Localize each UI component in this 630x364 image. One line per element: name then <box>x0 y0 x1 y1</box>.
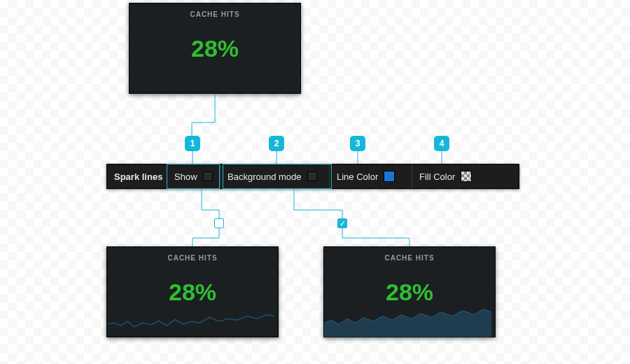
toolbar-linecolor-option[interactable]: Line Color <box>330 164 412 188</box>
bgmode-checkbox[interactable] <box>307 172 317 181</box>
toolbar-fillcolor-option[interactable]: Fill Color <box>412 164 519 188</box>
callout-marker-1: 1 <box>185 136 200 151</box>
callout-marker-2: 2 <box>269 136 284 151</box>
bgmode-label: Background mode <box>227 172 302 182</box>
widget-card-top: CACHE HITS 28% <box>129 3 301 94</box>
sparkline-line-icon <box>107 302 274 337</box>
widget-title: CACHE HITS <box>107 247 278 262</box>
show-label: Show <box>174 172 197 182</box>
show-checkbox[interactable] <box>203 172 213 181</box>
toolbar-title: Spark lines <box>107 164 167 188</box>
widget-card-sparkline-line: CACHE HITS 28% <box>106 246 279 337</box>
svg-marker-19 <box>324 309 491 337</box>
fillcolor-label: Fill Color <box>419 172 455 182</box>
sparkline-fill-icon <box>324 302 491 337</box>
callout-checkbox-checked: ✓ <box>337 218 347 228</box>
toolbar-bgmode-option[interactable]: Background mode <box>220 164 330 188</box>
widget-value: 28% <box>324 279 495 306</box>
callout-marker-3: 3 <box>350 136 365 151</box>
widget-title: CACHE HITS <box>324 247 495 262</box>
linecolor-label: Line Color <box>337 172 378 182</box>
toolbar-show-option[interactable]: Show <box>167 164 220 188</box>
callout-marker-4: 4 <box>434 136 449 151</box>
widget-card-sparkline-bg: CACHE HITS 28% <box>323 246 496 337</box>
linecolor-swatch[interactable] <box>384 171 395 182</box>
widget-title: CACHE HITS <box>130 4 300 18</box>
widget-value: 28% <box>107 279 278 306</box>
widget-value: 28% <box>130 35 300 62</box>
fillcolor-swatch[interactable] <box>461 171 472 182</box>
callout-checkbox-unchecked <box>214 218 224 228</box>
sparkline-toolbar: Spark lines Show Background mode Line Co… <box>106 164 519 189</box>
